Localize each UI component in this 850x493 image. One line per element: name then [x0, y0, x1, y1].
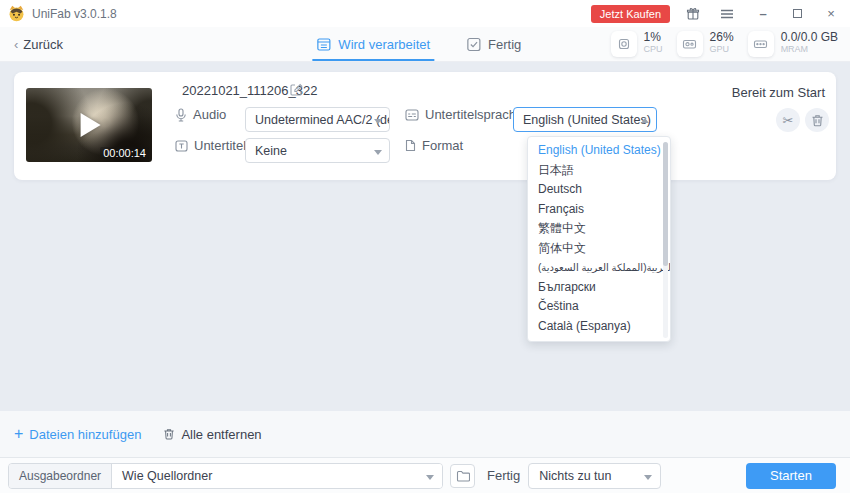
add-files-button[interactable]: + Dateien hinzufügen — [14, 426, 141, 442]
file-icon — [405, 139, 416, 152]
tab-processing[interactable]: Wird verarbeitet — [316, 27, 430, 61]
folder-icon — [456, 470, 470, 482]
language-option[interactable]: 繁體中文 — [528, 219, 670, 239]
back-button[interactable]: ‹ Zurück — [0, 37, 63, 52]
output-folder-group: Ausgabeordner Wie Quellordner — [8, 463, 443, 489]
video-thumbnail[interactable]: 00:00:14 — [26, 88, 152, 162]
scrollbar-thumb[interactable] — [663, 142, 668, 266]
plus-icon: + — [14, 426, 23, 442]
processing-list-icon — [316, 37, 331, 52]
language-option[interactable]: Čeština — [528, 297, 670, 317]
when-done-label: Fertig — [487, 468, 520, 483]
titlebar: UniFab v3.0.1.8 Jetzt Kaufen – × — [0, 0, 850, 27]
format-label: Format — [405, 138, 463, 153]
minimize-icon[interactable]: – — [754, 7, 772, 20]
scissors-icon: ✂ — [783, 114, 794, 127]
toolbar: ‹ Zurück Wird verarbeitet Fertig — [0, 27, 850, 62]
chevron-down-icon — [374, 150, 382, 155]
tab-bar: Wird verarbeitet Fertig — [316, 27, 521, 61]
file-actions-bar: + Dateien hinzufügen Alle entfernen — [0, 411, 850, 458]
dropdown-scrollbar[interactable] — [663, 142, 668, 338]
audio-select[interactable]: Undetermined AAC/2 (defa — [245, 107, 390, 132]
gpu-stat: 26% GPU — [677, 31, 734, 57]
close-icon[interactable]: × — [822, 7, 840, 20]
language-option[interactable]: 日本語 — [528, 161, 670, 181]
ram-icon — [748, 31, 774, 57]
maximize-icon[interactable] — [788, 7, 806, 20]
status-text: Bereit zum Start — [732, 85, 825, 100]
resource-stats: 1% CPU 26% GPU — [611, 31, 850, 57]
unifab-window: UniFab v3.0.1.8 Jetzt Kaufen – × ‹ — [0, 0, 850, 493]
rename-icon[interactable] — [290, 83, 303, 96]
cpu-icon — [611, 31, 637, 57]
language-option[interactable]: English (United States) — [528, 141, 670, 161]
output-bar: Ausgabeordner Wie Quellordner Fertig Nic… — [0, 458, 850, 493]
trash-icon — [811, 114, 824, 127]
buy-now-button[interactable]: Jetzt Kaufen — [591, 5, 670, 23]
remove-all-button[interactable]: Alle entfernen — [163, 427, 261, 442]
mram-stat: 0.0/0.0 GB MRAM — [748, 31, 838, 57]
audio-label: Audio — [175, 107, 226, 122]
main-area: 00:00:14 20221021_111206_322 Audio Undet… — [0, 62, 850, 411]
chevron-down-icon — [426, 475, 434, 480]
tab-finished[interactable]: Fertig — [466, 27, 521, 61]
language-option[interactable]: Català (Espanya) — [528, 317, 670, 337]
gift-icon[interactable] — [686, 7, 704, 21]
microphone-icon — [175, 108, 187, 122]
subtitle-language-select[interactable]: English (United States) — [513, 107, 657, 132]
gpu-icon — [677, 31, 703, 57]
active-tab-underline — [312, 59, 434, 61]
chevron-down-icon — [644, 475, 652, 480]
delete-button[interactable] — [805, 108, 829, 132]
when-done-select[interactable]: Nichts zu tun — [528, 463, 661, 489]
cpu-stat: 1% CPU — [611, 31, 663, 57]
language-option[interactable]: العربية(المملكة العربية السعودية) — [528, 258, 670, 278]
trim-button[interactable]: ✂ — [776, 108, 800, 132]
subtitle-language-label: Untertitelsprache — [405, 107, 523, 122]
video-duration: 00:00:14 — [100, 147, 149, 159]
language-option[interactable]: Français — [528, 200, 670, 220]
subtitle-label: Untertitel — [175, 138, 246, 153]
subtitle-select[interactable]: Keine — [245, 138, 390, 163]
language-option[interactable]: Deutsch — [528, 180, 670, 200]
file-card: 00:00:14 20221021_111206_322 Audio Undet… — [14, 72, 836, 180]
menu-icon[interactable] — [720, 8, 738, 20]
language-option[interactable]: Български — [528, 278, 670, 298]
chevron-down-icon — [374, 119, 382, 124]
subtitle-language-icon — [405, 109, 419, 121]
checkbox-check-icon — [466, 37, 481, 52]
browse-folder-button[interactable] — [450, 464, 475, 488]
chevron-left-icon: ‹ — [14, 37, 18, 52]
app-title: UniFab v3.0.1.8 — [32, 7, 117, 21]
unifab-logo-icon — [8, 5, 25, 22]
output-folder-label: Ausgabeordner — [9, 464, 112, 488]
chevron-up-icon — [641, 118, 649, 123]
language-dropdown: English (United States) 日本語 Deutsch Fran… — [527, 136, 671, 342]
start-button[interactable]: Starten — [746, 463, 836, 489]
language-option[interactable]: 简体中文 — [528, 239, 670, 259]
output-folder-select[interactable]: Wie Quellordner — [112, 464, 442, 488]
subtitle-icon — [175, 140, 188, 152]
trash-icon — [163, 428, 175, 440]
play-icon[interactable] — [81, 113, 101, 137]
